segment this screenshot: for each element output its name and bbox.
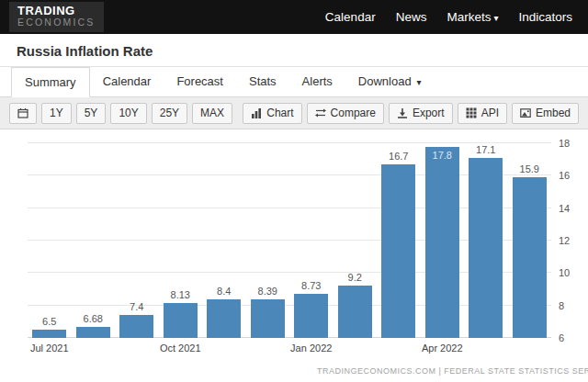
bar-value-label: 6.68: [64, 313, 123, 324]
bar-rect[interactable]: [513, 177, 547, 338]
api-button[interactable]: API: [458, 103, 507, 124]
bar-rect[interactable]: [338, 286, 372, 338]
bar-rect[interactable]: [32, 330, 66, 338]
chart-attribution: TRADINGECONOMICS.COM | FEDERAL STATE STA…: [317, 366, 588, 376]
bar-rect[interactable]: [381, 164, 415, 338]
bars-row: 6.56.687.48.138.48.398.739.216.717.817.1…: [28, 143, 551, 338]
compare-button[interactable]: Compare: [307, 103, 384, 124]
shuffle-icon: [315, 107, 326, 118]
chart-type-button[interactable]: Chart: [243, 103, 301, 124]
bar-rect[interactable]: [207, 299, 241, 338]
nav-calendar[interactable]: Calendar: [315, 10, 386, 24]
bar-value-label: 7.4: [107, 301, 166, 312]
x-tick-label: Oct 2021: [160, 343, 201, 354]
bar-rect[interactable]: [251, 299, 285, 338]
bar-rect[interactable]: [294, 294, 328, 338]
api-button-label: API: [481, 107, 499, 119]
y-tick-label: 6: [559, 332, 564, 343]
chevron-down-icon: ▾: [414, 77, 422, 87]
tab-download-label: Download: [358, 74, 412, 88]
y-tick-label: 10: [559, 267, 570, 278]
bar-apr-2022[interactable]: 17.8: [421, 143, 465, 338]
x-tick-label: Apr 2022: [422, 343, 463, 354]
range-10y-button[interactable]: 10Y: [110, 103, 146, 124]
calendar-icon: [17, 107, 28, 118]
y-tick-label: 8: [559, 300, 564, 311]
bar-rect[interactable]: [119, 315, 153, 338]
chart-toolbar: 1Y 5Y 10Y 25Y MAX Chart Compare Export A…: [0, 97, 588, 129]
tab-alerts[interactable]: Alerts: [289, 67, 345, 96]
chart-plot: 6.56.687.48.138.48.398.739.216.717.817.1…: [28, 143, 551, 338]
tab-forecast[interactable]: Forecast: [164, 67, 236, 96]
compare-button-label: Compare: [331, 107, 376, 119]
chart-button-label: Chart: [266, 107, 293, 119]
grid-icon: [466, 107, 477, 118]
bar-oct-2021[interactable]: 8.13: [159, 143, 203, 338]
export-button-label: Export: [413, 107, 445, 119]
bar-sep-2021[interactable]: 7.4: [115, 143, 159, 338]
logo-line1: TRADING: [17, 5, 96, 17]
range-5y-button[interactable]: 5Y: [76, 103, 107, 124]
x-tick-label: Jul 2021: [30, 343, 69, 354]
top-nav: TRADING ECONOMICS Calendar News Markets▾…: [0, 0, 588, 34]
range-1y-button[interactable]: 1Y: [41, 103, 72, 124]
bar-rect[interactable]: [76, 327, 110, 338]
bar-jun-2022[interactable]: 15.9: [508, 143, 552, 338]
chevron-down-icon: ▾: [493, 13, 498, 23]
embed-button-label: Embed: [536, 107, 571, 119]
logo-line2: ECONOMICS: [17, 17, 96, 28]
logo[interactable]: TRADING ECONOMICS: [9, 2, 104, 32]
bar-value-label: 9.2: [326, 272, 385, 283]
nav-indicators[interactable]: Indicators: [508, 10, 582, 24]
bar-mar-2022[interactable]: 16.7: [377, 143, 421, 338]
tab-summary[interactable]: Summary: [11, 67, 90, 97]
y-tick-label: 18: [559, 138, 570, 149]
chart: 6.56.687.48.138.48.398.739.216.717.817.1…: [28, 143, 551, 357]
chart-x-axis: Jul 2021Oct 2021Jan 2022Apr 2022: [28, 343, 551, 357]
tab-bar: Summary Calendar Forecast Stats Alerts D…: [0, 67, 588, 97]
nav-menu: Calendar News Markets▾ Indicators: [315, 10, 582, 24]
tab-stats[interactable]: Stats: [236, 67, 289, 96]
page-title: Russia Inflation Rate: [17, 43, 571, 59]
range-25y-button[interactable]: 25Y: [152, 103, 187, 124]
embed-button[interactable]: Embed: [512, 103, 579, 124]
bar-value-label: 17.1: [457, 144, 515, 155]
x-tick-label: Jan 2022: [290, 343, 332, 354]
bar-feb-2022[interactable]: 9.2: [334, 143, 378, 338]
range-max-button[interactable]: MAX: [192, 103, 232, 124]
y-tick-label: 14: [559, 203, 570, 214]
y-tick-label: 16: [559, 170, 570, 181]
tab-download[interactable]: Download ▾: [345, 67, 435, 96]
nav-markets-label: Markets: [447, 10, 491, 24]
bar-jan-2022[interactable]: 8.73: [289, 143, 334, 338]
download-icon: [397, 107, 408, 118]
bar-value-label: 15.9: [501, 163, 560, 174]
y-tick-label: 12: [559, 235, 570, 246]
bar-jul-2021[interactable]: 6.5: [28, 143, 72, 338]
bar-dec-2021[interactable]: 8.39: [246, 143, 290, 338]
bar-rect[interactable]: [425, 147, 459, 338]
export-button[interactable]: Export: [389, 103, 453, 124]
bar-nov-2021[interactable]: 8.4: [202, 143, 246, 338]
nav-news[interactable]: News: [386, 10, 437, 24]
title-bar: Russia Inflation Rate: [0, 34, 588, 67]
nav-markets[interactable]: Markets▾: [436, 10, 508, 24]
bar-rect[interactable]: [469, 158, 503, 338]
bar-chart-icon: [251, 107, 262, 118]
image-icon: [520, 107, 531, 118]
bar-rect[interactable]: [164, 303, 198, 338]
tab-calendar[interactable]: Calendar: [90, 67, 164, 96]
page: TRADING ECONOMICS Calendar News Markets▾…: [0, 0, 588, 382]
date-range-button[interactable]: [9, 103, 37, 124]
